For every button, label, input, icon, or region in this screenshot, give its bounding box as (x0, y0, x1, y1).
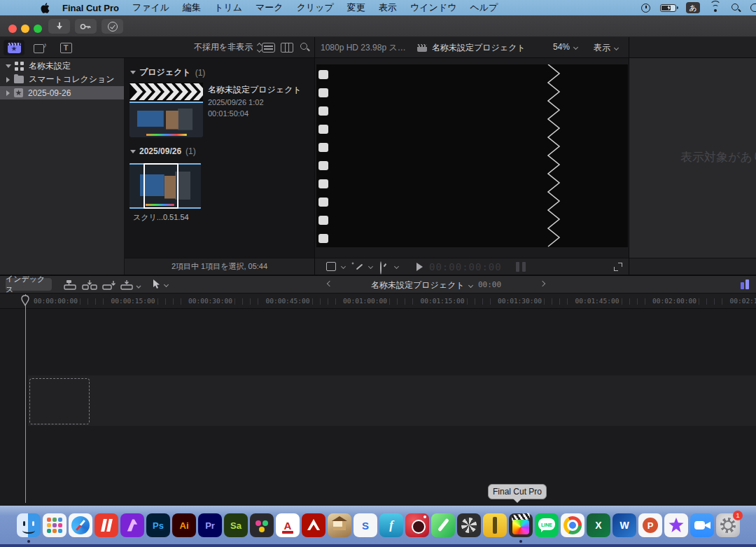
projects-section-header[interactable]: プロジェクト (1) (130, 67, 205, 78)
event-section-header[interactable]: 2025/09/26 (1) (130, 146, 196, 156)
disclosure-closed-icon[interactable] (6, 90, 10, 96)
retime-button[interactable] (380, 261, 382, 275)
filmstrip-view-button[interactable] (281, 43, 293, 53)
time-machine-icon[interactable] (641, 4, 650, 13)
overwrite-edit-button[interactable] (120, 279, 141, 290)
menubar-item-2[interactable]: トリム (214, 1, 242, 14)
dock-launchpad-icon[interactable] (43, 513, 66, 537)
play-button[interactable] (416, 263, 423, 271)
dock-stager-icon[interactable]: S (354, 513, 377, 537)
project-thumbnail[interactable] (130, 83, 203, 137)
viewer-frame[interactable] (316, 64, 628, 247)
show-browser-button[interactable] (4, 40, 24, 55)
timeline[interactable]: 00:00:00:0000:00:15:0000:00:30:0000:00:4… (0, 294, 756, 506)
dock-fan-icon[interactable] (457, 513, 481, 537)
connect-edit-button[interactable] (63, 279, 77, 290)
dock-settings-icon[interactable]: 1 (716, 513, 740, 537)
fullscreen-icon[interactable] (614, 263, 622, 271)
timeline-placeholder-clip[interactable] (29, 378, 90, 424)
menubar-item-8[interactable]: ヘルプ (470, 1, 498, 14)
dock-excel-icon[interactable]: X (587, 513, 610, 537)
clip-selection-range[interactable] (144, 163, 178, 209)
chevron-down-icon (164, 282, 169, 286)
dock-parallels-icon[interactable] (94, 513, 118, 537)
chevron-down-icon[interactable] (368, 264, 373, 269)
menubar-item-6[interactable]: 表示 (379, 1, 397, 14)
viewer-view-menu[interactable]: 表示 (594, 42, 618, 54)
spotlight-icon[interactable] (731, 3, 741, 13)
playhead-pin-icon[interactable] (20, 295, 30, 307)
index-button[interactable]: インデックス (6, 278, 52, 291)
wifi-icon[interactable] (710, 4, 721, 12)
append-edit-button[interactable] (102, 279, 116, 290)
background-tasks-button[interactable] (102, 19, 123, 34)
minimize-window-button[interactable] (21, 25, 29, 33)
control-center-icon[interactable] (750, 4, 756, 12)
dock-safari-icon[interactable] (69, 513, 92, 537)
project-name[interactable]: 名称未設定プロジェクト (208, 85, 306, 95)
timeline-project-menu[interactable]: 名称未設定プロジェクト (371, 279, 472, 291)
audio-meters-mini[interactable] (516, 262, 526, 272)
disclosure-closed-icon[interactable] (6, 77, 10, 83)
dock-affinity-icon[interactable] (120, 513, 144, 537)
menubar-item-5[interactable]: 変更 (347, 1, 365, 14)
chevron-down-icon[interactable] (341, 264, 346, 269)
input-source-badge[interactable]: あ (686, 2, 700, 13)
menubar-app-name[interactable]: Final Cut Pro (62, 3, 119, 13)
photos-audio-sidebar-button[interactable] (29, 40, 50, 55)
dock-imovie-icon[interactable] (664, 513, 688, 537)
dock-home3d-icon[interactable] (328, 513, 351, 537)
dock-camera-icon[interactable] (405, 513, 429, 537)
browser-search-button[interactable] (300, 42, 310, 53)
dock-finalcut-icon[interactable] (509, 513, 533, 537)
menubar-item-1[interactable]: 編集 (183, 1, 201, 14)
disclosure-open-icon[interactable] (130, 71, 136, 74)
dock-premiere-icon[interactable]: Pr (198, 513, 222, 537)
timeline-history-back-button[interactable] (327, 281, 332, 286)
browser-filter-menu[interactable]: 不採用を非表示 (194, 41, 261, 53)
playhead-line[interactable] (25, 294, 26, 503)
dock-fapp-icon[interactable]: f (379, 513, 403, 537)
dock-davinci-icon[interactable] (250, 513, 274, 537)
chevron-down-icon[interactable] (394, 264, 399, 269)
keyword-editor-button[interactable] (75, 19, 97, 34)
dock-pencil-icon[interactable] (431, 513, 455, 537)
menubar-item-0[interactable]: ファイル (132, 1, 169, 14)
dock-sampler-icon[interactable]: Sa (224, 513, 248, 537)
menubar-item-7[interactable]: ウインドウ (410, 1, 457, 14)
sidebar-smart-collection-row[interactable]: スマートコレクション (0, 73, 124, 86)
timeline-history-forward-button[interactable] (540, 281, 545, 286)
transform-tool-button[interactable] (326, 262, 336, 271)
insert-edit-button[interactable] (82, 279, 97, 290)
dock-autocad-icon[interactable]: A (276, 513, 300, 537)
disclosure-open-icon[interactable] (6, 64, 11, 68)
sidebar-library-row[interactable]: 名称未設定 (0, 60, 124, 73)
viewer-zoom-menu[interactable]: 54% (553, 42, 578, 52)
dock-zoom-icon[interactable] (690, 513, 714, 537)
timeline-primary-lane[interactable] (28, 375, 756, 426)
dock-powerpoint-icon[interactable]: P (638, 513, 662, 537)
dock-word-icon[interactable]: W (612, 513, 636, 537)
clip-appearance-button[interactable] (262, 43, 275, 53)
audio-meters-toggle[interactable] (741, 279, 749, 289)
dock-yellowapp-icon[interactable] (483, 513, 507, 537)
dock-illustrator-icon[interactable]: Ai (172, 513, 196, 537)
select-tool-menu[interactable] (153, 279, 168, 289)
sidebar-event-row[interactable]: 2025-09-26 (0, 86, 124, 99)
dock-acrobat-icon[interactable] (302, 513, 326, 537)
menubar-item-3[interactable]: マーク (255, 1, 284, 14)
timeline-ruler[interactable]: 00:00:00:0000:00:15:0000:00:30:0000:00:4… (0, 294, 756, 309)
battery-icon[interactable] (660, 4, 676, 12)
apple-menu-icon[interactable] (41, 3, 50, 13)
clip-thumbnail[interactable] (130, 163, 201, 209)
menubar-item-4[interactable]: クリップ (297, 1, 334, 14)
dock-finder-icon[interactable] (17, 513, 41, 537)
disclosure-open-icon[interactable] (130, 150, 136, 153)
close-window-button[interactable] (8, 25, 17, 33)
dock-photoshop-icon[interactable]: Ps (146, 513, 170, 537)
titles-generators-sidebar-button[interactable]: T (55, 40, 76, 55)
dock-chrome-icon[interactable] (561, 513, 584, 537)
import-media-button[interactable] (48, 19, 70, 34)
dock-line-icon[interactable]: LINE (535, 513, 559, 537)
zoom-window-button[interactable] (34, 25, 42, 33)
